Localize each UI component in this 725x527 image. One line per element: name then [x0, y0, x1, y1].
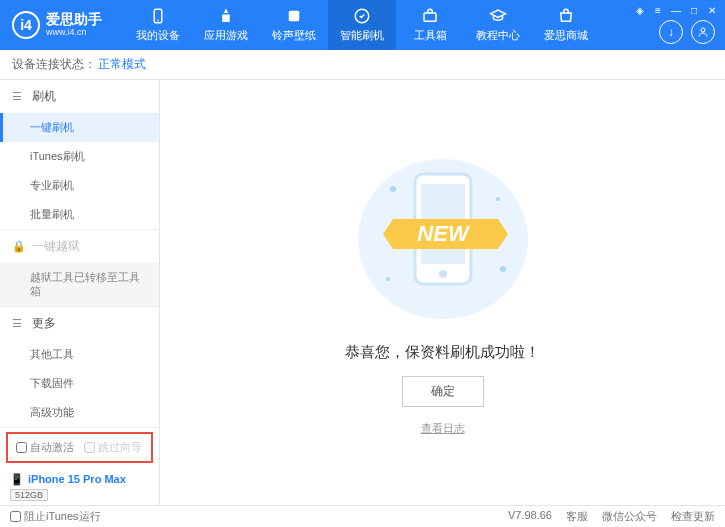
nav-toolbox[interactable]: 工具箱	[396, 0, 464, 50]
sidebar-item-pro[interactable]: 专业刷机	[0, 171, 159, 200]
auto-activate-checkbox[interactable]: 自动激活	[16, 440, 74, 455]
menu-icon[interactable]: ≡	[651, 4, 665, 16]
nav-apps[interactable]: 应用游戏	[192, 0, 260, 50]
wechat-link[interactable]: 微信公众号	[602, 509, 657, 524]
download-button[interactable]: ↓	[659, 20, 683, 44]
skip-guide-checkbox[interactable]: 跳过向导	[84, 440, 142, 455]
sidebar-item-oneclick[interactable]: 一键刷机	[0, 113, 159, 142]
logo-icon: i4	[12, 11, 40, 39]
app-url: www.i4.cn	[46, 28, 102, 38]
svg-point-10	[390, 186, 396, 192]
success-message: 恭喜您，保资料刷机成功啦！	[345, 343, 540, 362]
block-itunes-checkbox[interactable]: 阻止iTunes运行	[10, 509, 101, 524]
svg-point-11	[496, 197, 500, 201]
sidebar-group-flash[interactable]: ☰刷机	[0, 80, 159, 113]
window-controls: ◈ ≡ — □ ✕	[633, 4, 719, 16]
device-name[interactable]: 📱iPhone 15 Pro Max	[10, 473, 149, 486]
flash-icon	[353, 7, 371, 25]
nav-ringtone[interactable]: 铃声壁纸	[260, 0, 328, 50]
ringtone-icon	[285, 7, 303, 25]
svg-rect-2	[289, 11, 300, 22]
svg-rect-4	[424, 13, 436, 21]
device-info: 📱iPhone 15 Pro Max 512GB iPhone	[0, 467, 159, 505]
svg-point-13	[500, 266, 506, 272]
logo-area: i4 爱思助手 www.i4.cn	[0, 11, 114, 39]
svg-point-5	[701, 28, 705, 32]
nav-tutorial[interactable]: 教程中心	[464, 0, 532, 50]
lock-icon: 🔒	[12, 240, 26, 253]
sidebar-item-itunes[interactable]: iTunes刷机	[0, 142, 159, 171]
sidebar-group-jailbreak[interactable]: 🔒一键越狱	[0, 230, 159, 263]
ok-button[interactable]: 确定	[402, 376, 484, 407]
sidebar-group-more[interactable]: ☰更多	[0, 307, 159, 340]
tutorial-icon	[489, 7, 507, 25]
store-icon	[557, 7, 575, 25]
user-button[interactable]	[691, 20, 715, 44]
sidebar-item-other[interactable]: 其他工具	[0, 340, 159, 369]
sidebar: ☰刷机 一键刷机 iTunes刷机 专业刷机 批量刷机 🔒一键越狱 越狱工具已转…	[0, 80, 160, 505]
nav-store[interactable]: 爱思商城	[532, 0, 600, 50]
svg-point-12	[386, 277, 390, 281]
nav-flash[interactable]: 智能刷机	[328, 0, 396, 50]
sidebar-item-jailbreak-moved[interactable]: 越狱工具已转移至工具箱	[0, 263, 159, 306]
toolbox-icon	[421, 7, 439, 25]
success-illustration: NEW	[343, 149, 543, 329]
checkbox-area: 自动激活 跳过向导	[6, 432, 153, 463]
more-icon: ☰	[12, 317, 26, 330]
support-link[interactable]: 客服	[566, 509, 588, 524]
update-link[interactable]: 检查更新	[671, 509, 715, 524]
nav-my-device[interactable]: 我的设备	[124, 0, 192, 50]
device-type: iPhone	[10, 504, 149, 505]
apps-icon	[217, 7, 235, 25]
view-log-link[interactable]: 查看日志	[421, 421, 465, 436]
status-bar: 设备连接状态： 正常模式	[0, 50, 725, 80]
status-label: 设备连接状态：	[12, 56, 96, 73]
maximize-icon[interactable]: □	[687, 4, 701, 16]
svg-point-9	[439, 270, 447, 278]
app-title: 爱思助手	[46, 12, 102, 27]
sidebar-item-batch[interactable]: 批量刷机	[0, 200, 159, 229]
device-icon	[149, 7, 167, 25]
sidebar-item-advanced[interactable]: 高级功能	[0, 398, 159, 427]
sidebar-item-firmware[interactable]: 下载固件	[0, 369, 159, 398]
app-header: i4 爱思助手 www.i4.cn 我的设备 应用游戏 铃声壁纸 智能刷机 工具…	[0, 0, 725, 50]
status-value: 正常模式	[98, 56, 146, 73]
version-label: V7.98.66	[508, 509, 552, 524]
storage-badge: 512GB	[10, 489, 48, 501]
main-nav: 我的设备 应用游戏 铃声壁纸 智能刷机 工具箱 教程中心 爱思商城	[124, 0, 600, 50]
phone-icon: 📱	[10, 473, 24, 486]
close-icon[interactable]: ✕	[705, 4, 719, 16]
list-icon: ☰	[12, 90, 26, 103]
minimize-icon[interactable]: —	[669, 4, 683, 16]
shirt-icon[interactable]: ◈	[633, 4, 647, 16]
footer: 阻止iTunes运行 V7.98.66 客服 微信公众号 检查更新	[0, 505, 725, 527]
new-badge-text: NEW	[417, 221, 471, 246]
main-content: NEW 恭喜您，保资料刷机成功啦！ 确定 查看日志	[160, 80, 725, 505]
